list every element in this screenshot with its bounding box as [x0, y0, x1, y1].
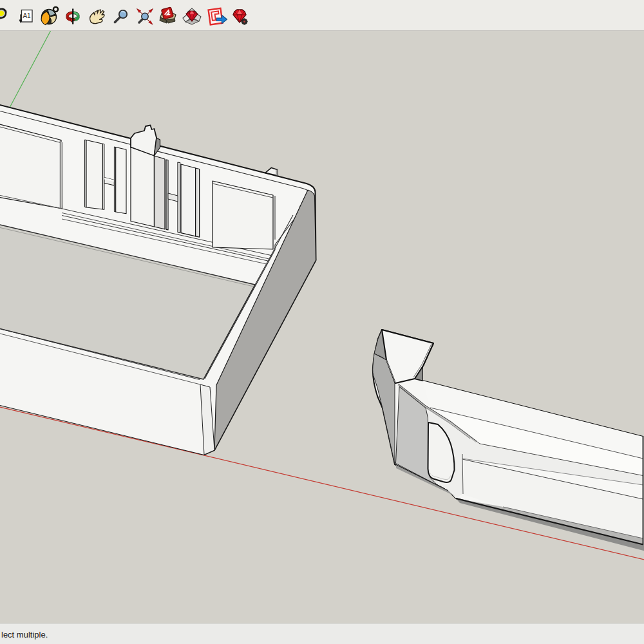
- svg-text:A1: A1: [23, 12, 31, 19]
